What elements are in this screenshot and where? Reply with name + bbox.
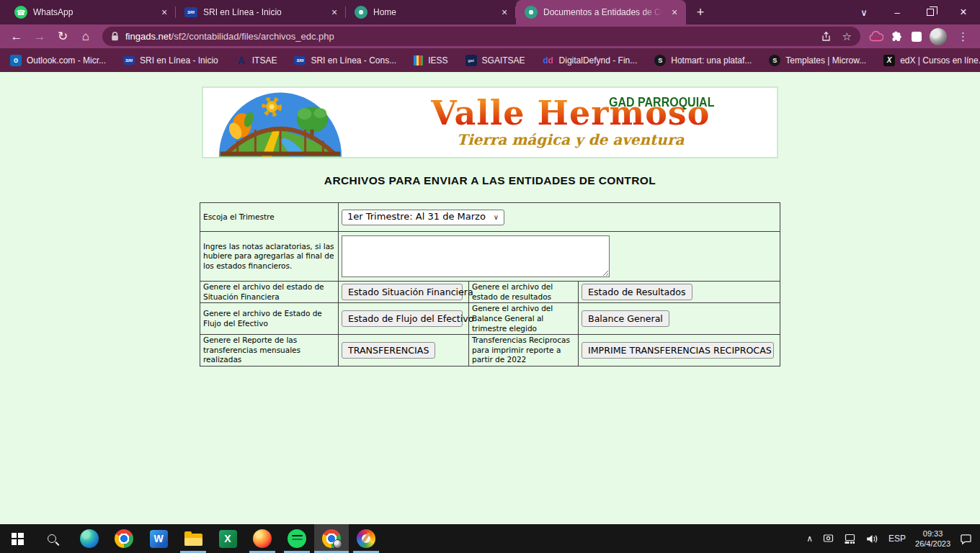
reload-button[interactable]: ↻ [52, 27, 74, 47]
row-label: Transferencias Reciprocas para imprimir … [469, 335, 579, 367]
taskbar-chrome-pinned-button[interactable] [107, 524, 141, 553]
tab-documentos-active[interactable]: Documentos a Entidades de Cont × [516, 0, 686, 24]
clock-date: 26/4/2023 [915, 539, 950, 549]
sgaitsae-icon: gai [466, 55, 477, 66]
trimester-select[interactable]: 1er Trimestre: Al 31 de Marzo ∨ [342, 210, 504, 225]
chrome-icon [322, 529, 341, 548]
home-button[interactable]: ⌂ [75, 27, 97, 47]
new-tab-button[interactable]: + [690, 2, 710, 22]
bookmark-iess[interactable]: IESS [414, 55, 447, 66]
chrome-icon [115, 529, 133, 548]
tab-title: Home [373, 7, 493, 17]
templates-icon: S [769, 55, 780, 66]
clock-time: 09:33 [915, 529, 950, 539]
transferencias-button[interactable]: TRANSFERENCIAS [342, 342, 435, 359]
notes-textarea[interactable] [342, 235, 610, 277]
forward-button[interactable]: → [29, 27, 50, 47]
bookmark-digitaldefynd[interactable]: ddDigitalDefynd - Fin... [543, 55, 638, 66]
start-button[interactable] [0, 524, 35, 553]
fingads-favicon-icon [525, 6, 538, 19]
site-banner: Valle Hermoso GAD PARROQUIAL Tierra mági… [202, 86, 778, 158]
minimize-button[interactable]: – [881, 0, 914, 24]
desktop-screen: ☎ WhatsApp × SRI SRI en Línea - Inicio ×… [0, 0, 980, 553]
gad-parroquial-label: GAD PARROQUIAL [609, 94, 714, 110]
bookmark-sri-inicio[interactable]: SRISRI en Línea - Inicio [123, 55, 218, 66]
bookmark-sgaitsae[interactable]: gaiSGAITSAE [466, 55, 525, 66]
banner-slogan: Tierra mágica y de aventura [431, 131, 710, 148]
tab-home[interactable]: Home × [346, 0, 516, 24]
url-text[interactable]: fingads.net/sf2/contabilidad/files/archi… [125, 31, 814, 42]
estado-flujo-efectivo-button[interactable]: Estado de Flujo del Efectivo [342, 310, 463, 327]
row-label: Genere el archivo del estado de resultad… [469, 282, 579, 303]
restore-button[interactable] [914, 0, 947, 24]
spotify-icon [288, 529, 306, 548]
taskbar-firefox-button[interactable] [245, 524, 280, 553]
notes-label: Ingres las notas aclaratorias, si las hu… [200, 232, 339, 282]
digitaldefynd-icon: dd [543, 55, 554, 66]
url-domain: fingads.net [125, 31, 172, 42]
side-panel-icon[interactable] [912, 32, 922, 42]
windows-logo-icon [12, 533, 24, 545]
network-icon[interactable] [844, 533, 856, 544]
tab-title: SRI en Línea - Inicio [203, 7, 323, 17]
extensions-puzzle-icon[interactable] [891, 30, 904, 42]
bookmark-label: Templates | Microw... [785, 55, 866, 66]
estado-de-resultados-button[interactable]: Estado de Resultados [582, 284, 692, 300]
profile-avatar[interactable] [930, 28, 947, 45]
share-icon[interactable] [820, 31, 832, 42]
trimester-label: Escoja el Trimestre [200, 203, 339, 232]
volume-icon[interactable] [865, 534, 879, 544]
back-button[interactable]: ← [6, 27, 27, 47]
extension-cloud-icon[interactable] [869, 31, 883, 42]
tab-close-icon[interactable]: × [159, 6, 170, 18]
imprime-transferencias-reciprocas-button[interactable]: IMPRIME TRANSFERENCIAS RECIPROCAS [582, 342, 774, 359]
address-bar[interactable]: fingads.net/sf2/contabilidad/files/archi… [102, 27, 860, 46]
close-window-button[interactable]: × [947, 0, 980, 24]
tab-close-icon[interactable]: × [669, 6, 680, 18]
tab-search-chevron-icon[interactable]: ∨ [847, 0, 881, 24]
row-label: Genere el archivo de Estado de Flujo del… [200, 303, 339, 335]
table-row: Ingres las notas aclaratorias, si las hu… [200, 232, 780, 282]
bookmark-sri-consultas[interactable]: SRISRI en Línea - Cons... [294, 55, 396, 66]
excel-icon: X [219, 530, 237, 548]
taskbar-clock[interactable]: 09:33 26/4/2023 [915, 529, 950, 549]
taskbar-excel-button[interactable]: X [210, 524, 245, 553]
tab-title: WhatsApp [33, 7, 153, 17]
bookmark-edx[interactable]: XedX | Cursos en líne... [883, 55, 980, 66]
taskbar-edge-button[interactable] [72, 524, 107, 553]
bookmark-label: Outlook.com - Micr... [27, 55, 106, 66]
estado-situacion-financiera-button[interactable]: Estado Situación Financiera [342, 284, 463, 300]
action-center-icon[interactable] [960, 533, 973, 545]
taskbar-chrome-active-button[interactable] [314, 524, 349, 553]
bookmark-outlook[interactable]: oOutlook.com - Micr... [10, 55, 106, 66]
tray-expand-icon[interactable]: ∧ [806, 534, 813, 544]
screen-cast-icon[interactable] [822, 533, 834, 544]
taskbar-spotify-button[interactable] [280, 524, 314, 553]
tab-whatsapp[interactable]: ☎ WhatsApp × [6, 0, 176, 24]
taskbar-word-button[interactable]: W [141, 524, 176, 553]
taskbar-paint-button[interactable] [349, 524, 383, 553]
file-explorer-icon [184, 534, 202, 546]
bookmark-star-icon[interactable]: ☆ [842, 30, 852, 43]
taskbar-search-button[interactable] [35, 524, 69, 553]
bookmark-label: SRI en Línea - Cons... [311, 55, 396, 66]
taskbar-explorer-button[interactable] [176, 524, 210, 553]
system-tray: ∧ ESP 09:33 26/4/2023 [806, 529, 980, 549]
bookmark-templates[interactable]: STemplates | Microw... [769, 55, 866, 66]
table-row: Genere el archivo del estado de Situació… [200, 282, 780, 303]
banner-text: Valle Hermoso GAD PARROQUIAL Tierra mági… [431, 96, 710, 148]
browser-menu-icon[interactable]: ⋮ [955, 30, 971, 43]
tab-close-icon[interactable]: × [329, 6, 340, 18]
bookmark-label: DigitalDefynd - Fin... [559, 55, 638, 66]
firefox-icon [253, 529, 272, 548]
bookmark-label: Hotmart: una plataf... [671, 55, 752, 66]
bookmark-label: SRI en Línea - Inicio [140, 55, 218, 66]
tab-sri-inicio[interactable]: SRI SRI en Línea - Inicio × [176, 0, 346, 24]
tab-close-icon[interactable]: × [499, 6, 510, 18]
itsae-icon: A [236, 55, 247, 66]
balance-general-button[interactable]: Balance General [582, 310, 669, 327]
bookmark-hotmart[interactable]: SHotmart: una plataf... [654, 55, 752, 66]
page-title: ARCHIVOS PARA ENVIAR A LAS ENTIDADES DE … [0, 174, 980, 187]
language-indicator[interactable]: ESP [888, 534, 906, 544]
bookmark-itsae[interactable]: AITSAE [236, 55, 277, 66]
